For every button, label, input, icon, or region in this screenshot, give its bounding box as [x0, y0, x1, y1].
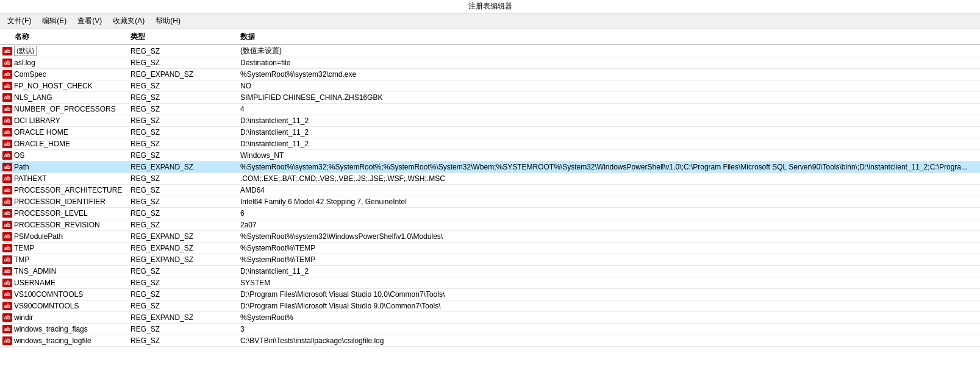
cell-data-5: 4: [238, 104, 980, 114]
table-row[interactable]: abPROCESSOR_REVISIONREG_SZ2a07: [0, 219, 980, 231]
table-row[interactable]: abVS100COMNTOOLSREG_SZD:\Program Files\M…: [0, 289, 980, 300]
cell-name-7: abORACLE HOME: [0, 127, 128, 137]
cell-name-21: abVS100COMNTOOLS: [0, 290, 128, 299]
cell-name-19: abTNS_ADMIN: [0, 266, 128, 276]
cell-data-8: D:\instantclient_11_2: [238, 139, 980, 149]
row-name-text: TMP: [14, 255, 29, 264]
column-header: 名称 类型 数据: [0, 29, 980, 45]
cell-name-18: abTMP: [0, 255, 128, 265]
row-name-text: PROCESSOR_IDENTIFIER: [14, 197, 106, 206]
cell-data-13: Intel64 Family 6 Model 42 Stepping 7, Ge…: [238, 197, 980, 207]
row-name-text: NUMBER_OF_PROCESSORS: [14, 105, 116, 113]
cell-data-9: Windows_NT: [238, 151, 980, 160]
cell-name-17: abTEMP: [0, 243, 128, 253]
menu-favorites[interactable]: 收藏夹(A): [108, 15, 149, 27]
cell-data-14: 6: [238, 208, 980, 218]
ab-icon: ab: [2, 232, 12, 241]
table-row[interactable]: ab(默认)REG_SZ(数值未设置): [0, 45, 980, 57]
table-row[interactable]: abORACLE_HOMEREG_SZD:\instantclient_11_2: [0, 138, 980, 150]
cell-data-25: C:\BVTBin\Tests\installpackage\csilogfil…: [238, 336, 980, 346]
col-header-data: 数据: [238, 30, 980, 43]
cell-data-0: (数值未设置): [238, 45, 980, 57]
cell-name-14: abPROCESSOR_LEVEL: [0, 208, 128, 218]
ab-icon: ab: [2, 70, 12, 79]
menu-file[interactable]: 文件(F): [2, 15, 36, 27]
table-row[interactable]: abTMPREG_EXPAND_SZ%SystemRoot%\TEMP: [0, 254, 980, 266]
cell-data-19: D:\instantclient_11_2: [238, 266, 980, 276]
table-row[interactable]: abwindows_tracing_flagsREG_SZ3: [0, 324, 980, 335]
table-row[interactable]: abPROCESSOR_IDENTIFIERREG_SZIntel64 Fami…: [0, 196, 980, 208]
cell-name-20: abUSERNAME: [0, 278, 128, 288]
cell-type-21: REG_SZ: [128, 290, 238, 299]
cell-name-23: abwindir: [0, 313, 128, 322]
cell-name-15: abPROCESSOR_REVISION: [0, 220, 128, 230]
ab-icon: ab: [2, 267, 12, 276]
table-row[interactable]: abNLS_LANGREG_SZSIMPLIFIED CHINESE_CHINA…: [0, 92, 980, 104]
cell-name-12: abPROCESSOR_ARCHITECTURE: [0, 185, 128, 195]
ab-icon: ab: [2, 290, 12, 299]
cell-data-12: AMD64: [238, 185, 980, 195]
app-title: 注册表编辑器: [468, 2, 512, 10]
table-row[interactable]: abTEMPREG_EXPAND_SZ%SystemRoot%\TEMP: [0, 243, 980, 254]
cell-type-16: REG_EXPAND_SZ: [128, 232, 238, 241]
menu-edit[interactable]: 编辑(E): [37, 15, 71, 27]
cell-type-14: REG_SZ: [128, 208, 238, 218]
cell-type-20: REG_SZ: [128, 278, 238, 288]
cell-name-22: abVS90COMNTOOLS: [0, 301, 128, 311]
ab-icon: ab: [2, 197, 12, 206]
ab-icon: ab: [2, 151, 12, 160]
row-name-text: asl.log: [14, 59, 35, 67]
cell-data-4: SIMPLIFIED CHINESE_CHINA.ZHS16GBK: [238, 93, 980, 102]
table-row[interactable]: abOSREG_SZWindows_NT: [0, 150, 980, 162]
cell-type-3: REG_SZ: [128, 81, 238, 91]
cell-data-18: %SystemRoot%\TEMP: [238, 255, 980, 265]
cell-type-0: REG_SZ: [128, 46, 238, 56]
row-name-text: PROCESSOR_ARCHITECTURE: [14, 186, 122, 194]
cell-name-16: abPSModulePath: [0, 232, 128, 241]
table-row[interactable]: abUSERNAMEREG_SZSYSTEM: [0, 277, 980, 289]
menu-view[interactable]: 查看(V): [73, 15, 107, 27]
ab-icon: ab: [2, 93, 12, 102]
cell-type-17: REG_EXPAND_SZ: [128, 243, 238, 253]
cell-data-10: %SystemRoot%\system32;%SystemRoot%;%Syst…: [238, 162, 980, 172]
table-row[interactable]: abNUMBER_OF_PROCESSORSREG_SZ4: [0, 104, 980, 115]
table-row[interactable]: abPathREG_EXPAND_SZ%SystemRoot%\system32…: [0, 162, 980, 173]
cell-data-21: D:\Program Files\Microsoft Visual Studio…: [238, 290, 980, 299]
table-row[interactable]: abPROCESSOR_ARCHITECTUREREG_SZAMD64: [0, 185, 980, 196]
cell-name-4: abNLS_LANG: [0, 93, 128, 102]
cell-type-12: REG_SZ: [128, 185, 238, 195]
cell-name-11: abPATHEXT: [0, 174, 128, 183]
table-row[interactable]: abTNS_ADMINREG_SZD:\instantclient_11_2: [0, 266, 980, 277]
row-name-text: ComSpec: [14, 70, 46, 79]
menu-help[interactable]: 帮助(H): [151, 15, 185, 27]
cell-name-0: ab(默认): [0, 45, 128, 57]
cell-type-5: REG_SZ: [128, 104, 238, 114]
cell-name-8: abORACLE_HOME: [0, 139, 128, 149]
table-row[interactable]: abVS90COMNTOOLSREG_SZD:\Program Files\Mi…: [0, 300, 980, 312]
cell-name-9: abOS: [0, 151, 128, 160]
ab-icon: ab: [2, 209, 12, 218]
cell-type-19: REG_SZ: [128, 266, 238, 276]
table-row[interactable]: abasl.logREG_SZDestination=file: [0, 57, 980, 69]
ab-icon: ab: [2, 116, 12, 125]
col-header-type: 类型: [128, 30, 238, 43]
table-row[interactable]: abFP_NO_HOST_CHECKREG_SZNO: [0, 80, 980, 92]
table-row[interactable]: abComSpecREG_EXPAND_SZ%SystemRoot%\syste…: [0, 69, 980, 80]
row-name-text: ORACLE HOME: [14, 128, 68, 137]
ab-icon: ab: [2, 105, 12, 113]
cell-type-13: REG_SZ: [128, 197, 238, 207]
cell-data-6: D:\instantclient_11_2: [238, 116, 980, 126]
table-row[interactable]: abPROCESSOR_LEVELREG_SZ6: [0, 208, 980, 219]
table-row[interactable]: abwindirREG_EXPAND_SZ%SystemRoot%: [0, 312, 980, 324]
table-row[interactable]: abORACLE HOMEREG_SZD:\instantclient_11_2: [0, 127, 980, 138]
ab-icon: ab: [2, 313, 12, 322]
table-row[interactable]: abOCI LIBRARYREG_SZD:\instantclient_11_2: [0, 115, 980, 127]
table-row[interactable]: abwindows_tracing_logfileREG_SZC:\BVTBin…: [0, 335, 980, 347]
table-row[interactable]: abPSModulePathREG_EXPAND_SZ%SystemRoot%\…: [0, 231, 980, 243]
row-name-text: ORACLE_HOME: [14, 140, 70, 148]
cell-type-15: REG_SZ: [128, 220, 238, 230]
cell-name-13: abPROCESSOR_IDENTIFIER: [0, 197, 128, 207]
table-row[interactable]: abPATHEXTREG_SZ.COM;.EXE;.BAT;.CMD;.VBS;…: [0, 173, 980, 185]
cell-type-2: REG_EXPAND_SZ: [128, 69, 238, 79]
cell-type-6: REG_SZ: [128, 116, 238, 126]
